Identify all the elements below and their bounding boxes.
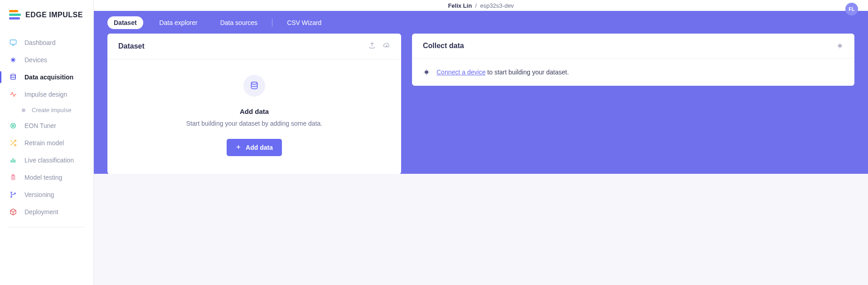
sidebar: EDGE IMPULSE Dashboard Devices Data [0,0,94,285]
clipboard-icon [9,173,17,182]
tab-strip: Dataset Data explorer Data sources CSV W… [94,11,868,34]
tab-data-explorer[interactable]: Data explorer [153,16,204,29]
sidebar-item-label: Dashboard [24,39,56,46]
sidebar-item-retrain-model[interactable]: Retrain model [0,134,93,152]
dataset-card-title: Dataset [118,42,145,50]
logo[interactable]: EDGE IMPULSE [0,0,93,29]
target-icon [9,122,17,130]
svg-point-16 [11,196,12,197]
breadcrumb: Felix Lin / esp32s3-dev [448,2,514,9]
collect-card-header: Collect data [412,34,854,59]
collect-rest-text: to start building your dataset. [485,69,569,76]
tab-label: Data sources [220,19,257,26]
sidebar-item-dashboard[interactable]: Dashboard [0,34,93,51]
sidebar-item-versioning[interactable]: Versioning [0,186,93,203]
content-background [94,174,868,285]
sidebar-item-live-classification[interactable]: Live classification [0,152,93,169]
breadcrumb-project[interactable]: esp32s3-dev [480,2,514,9]
sidebar-item-label: Deployment [24,208,58,216]
logo-mark-icon [9,10,21,20]
content: Dataset [94,34,868,174]
sidebar-item-label: Retrain model [24,139,64,147]
sidebar-item-label: Model testing [24,174,62,181]
shuffle-icon [9,139,17,147]
chip-icon [9,56,17,64]
database-icon [243,75,265,97]
sidebar-item-label: EON Tuner [24,122,56,129]
svg-point-15 [11,192,12,193]
tab-data-sources[interactable]: Data sources [214,16,264,29]
sidebar-item-label: Live classification [24,157,74,164]
tab-dataset[interactable]: Dataset [107,16,143,29]
sidebar-divider [8,227,85,227]
avatar-initials: FL [849,6,854,12]
cloud-download-icon[interactable] [383,42,390,51]
database-icon [9,73,17,81]
dataset-card-header: Dataset [107,34,401,59]
sidebar-item-data-acquisition[interactable]: Data acquisition [0,69,93,86]
plus-icon [236,144,241,151]
collect-data-card: Collect data Connect a device to star [412,34,854,86]
svg-rect-22 [839,44,842,48]
svg-rect-10 [11,160,12,162]
svg-line-9 [11,141,12,142]
svg-point-4 [11,74,16,76]
sidebar-item-devices[interactable]: Devices [0,51,93,69]
main: Felix Lin / esp32s3-dev FL Dataset Data … [94,0,868,285]
box-icon [9,208,17,216]
sidebar-item-label: Data acquisition [24,74,73,81]
tab-divider [272,19,272,27]
svg-rect-14 [12,174,14,176]
tab-csv-wizard[interactable]: CSV Wizard [281,16,328,29]
chip-icon [423,69,430,76]
sidebar-item-label: Versioning [24,191,54,198]
svg-point-5 [11,123,16,128]
tab-label: Dataset [114,19,137,26]
sidebar-subitem-label: Create impulse [32,107,71,113]
svg-rect-3 [12,59,15,62]
sidebar-subitem-create-impulse[interactable]: Create impulse [0,103,93,117]
svg-point-19 [251,82,257,84]
collect-card-body: Connect a device to start building your … [412,59,854,86]
sidebar-nav: Dashboard Devices Data acquisition Impul… [0,29,93,221]
dataset-card: Dataset [107,34,401,174]
sidebar-item-model-testing[interactable]: Model testing [0,169,93,186]
tab-label: Data explorer [160,19,198,26]
svg-rect-0 [10,40,16,44]
logo-text: EDGE IMPULSE [25,11,83,19]
dataset-empty-state: Add data Start building your dataset by … [107,59,401,167]
bar-chart-icon [9,156,17,164]
pulse-icon [9,90,17,98]
bullet-icon [22,108,25,112]
empty-subtitle: Start building your dataset by adding so… [186,120,322,127]
svg-point-6 [12,125,14,127]
sidebar-item-impulse-design[interactable]: Impulse design [0,86,93,103]
svg-rect-23 [425,71,428,74]
sidebar-item-label: Devices [24,56,47,64]
add-data-button[interactable]: Add data [227,139,282,156]
collect-card-title: Collect data [423,42,464,50]
collect-message: Connect a device to start building your … [436,69,569,76]
chip-icon[interactable] [836,42,844,49]
breadcrumb-user: Felix Lin [448,2,472,9]
svg-rect-11 [13,158,14,162]
connect-device-link[interactable]: Connect a device [436,69,485,76]
upload-icon[interactable] [369,42,376,51]
svg-rect-12 [15,160,15,163]
sidebar-item-deployment[interactable]: Deployment [0,203,93,221]
sidebar-item-eon-tuner[interactable]: EON Tuner [0,117,93,134]
add-data-button-label: Add data [246,144,273,151]
monitor-icon [9,39,17,47]
empty-title: Add data [240,108,269,115]
sidebar-item-label: Impulse design [24,91,67,98]
topbar: Felix Lin / esp32s3-dev FL [94,0,868,11]
tab-label: CSV Wizard [287,19,321,26]
avatar[interactable]: FL [845,3,858,15]
branch-icon [9,191,17,199]
